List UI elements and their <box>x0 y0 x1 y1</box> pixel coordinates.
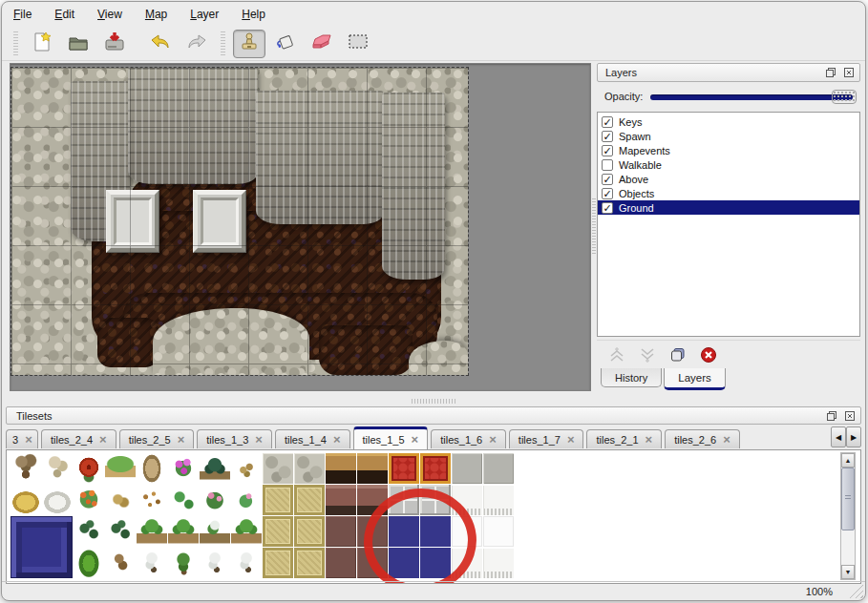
palette-tile-tile-brown[interactable] <box>326 548 356 578</box>
tileset-tab-tiles_2_6[interactable]: tiles_2_6× <box>665 429 740 448</box>
scrollbar-track[interactable] <box>841 468 855 565</box>
palette-tile-carpet-red[interactable] <box>420 453 451 484</box>
eraser-tool-button[interactable] <box>306 30 338 58</box>
fill-tool-button[interactable] <box>269 30 302 58</box>
scrollbar-thumb[interactable] <box>841 468 855 530</box>
vertical-splitter[interactable] <box>591 63 596 391</box>
palette-tile-bush-cone[interactable] <box>74 548 104 578</box>
layer-checkbox[interactable]: ✓ <box>602 131 613 142</box>
palette-tile-carpet-tan[interactable] <box>294 548 325 578</box>
palette-tile-mound-snow[interactable] <box>42 485 73 515</box>
palette-tile-floor-stone[interactable] <box>263 453 293 484</box>
layer-checkbox[interactable]: ✓ <box>602 145 613 156</box>
tab-close-icon[interactable]: × <box>489 435 497 445</box>
float-panel-icon[interactable] <box>823 67 837 79</box>
map-canvas[interactable] <box>11 68 468 375</box>
palette-tile-bush-roses[interactable] <box>200 485 230 515</box>
palette-tile-palm-dark[interactable] <box>200 453 230 484</box>
palette-tile-carpet-tan[interactable] <box>263 516 293 547</box>
palette-tile-flowers-pink[interactable] <box>168 453 199 484</box>
palette-tile-floor-concrete[interactable] <box>452 453 482 484</box>
opacity-slider-handle[interactable] <box>832 90 857 104</box>
tab-close-icon[interactable]: × <box>567 435 575 445</box>
dock-tab-history[interactable]: History <box>601 368 662 387</box>
toolbar-grip-2[interactable] <box>221 31 225 56</box>
tab-scroll-left-button[interactable]: ◀ <box>831 426 846 447</box>
tab-close-icon[interactable]: × <box>255 435 263 445</box>
menu-item-file[interactable]: File <box>13 8 32 21</box>
palette-tile-shrubs-pine[interactable] <box>74 516 104 547</box>
tileset-tab-tiles_1_6[interactable]: tiles_1_6× <box>431 429 506 448</box>
palette-tile-cloth-white[interactable] <box>483 485 514 515</box>
menu-item-help[interactable]: Help <box>242 8 265 21</box>
save-file-button[interactable] <box>98 30 131 58</box>
palette-tile-tree-snowy[interactable] <box>200 548 230 578</box>
palette-tile-grass-dry[interactable] <box>105 485 136 515</box>
palette-tile-tree-dead[interactable] <box>11 453 41 484</box>
palette-tile-carpet-tan[interactable] <box>294 516 325 547</box>
palette-tile-palm-green[interactable] <box>231 516 262 547</box>
tab-close-icon[interactable]: × <box>723 435 730 445</box>
layer-row-walkable[interactable]: Walkable <box>598 157 859 172</box>
palette-tile-carpet-tan[interactable] <box>263 485 293 515</box>
palette-tile-floor-concrete[interactable] <box>483 453 514 484</box>
tab-close-icon[interactable]: × <box>178 435 185 445</box>
palette-tile-lily-flower[interactable] <box>231 485 262 515</box>
scroll-up-button[interactable]: ▲ <box>841 453 855 468</box>
palette-tile-flowers-orange[interactable] <box>74 485 104 515</box>
palette-tile-table-wood[interactable] <box>326 453 356 484</box>
delete-layer-button[interactable] <box>698 344 719 365</box>
palette-tile-tile-white[interactable] <box>483 516 514 547</box>
lower-layer-button[interactable] <box>637 344 658 365</box>
palette-tile-tree-green[interactable] <box>168 548 199 578</box>
palette-tile-floor-stone[interactable] <box>294 453 325 484</box>
palette-tile-tile-brown[interactable] <box>326 516 356 547</box>
palette-tile-leaves[interactable] <box>137 485 167 515</box>
horizontal-splitter[interactable] <box>2 395 865 406</box>
resize-grip[interactable] <box>849 584 863 598</box>
tileset-tab-tiles_1_4[interactable]: tiles_1_4× <box>275 429 350 448</box>
palette-tile-cloth-white[interactable] <box>483 548 514 578</box>
close-panel-icon[interactable] <box>842 409 857 422</box>
duplicate-layer-button[interactable] <box>667 344 688 365</box>
stamp-tool-button[interactable] <box>233 30 265 58</box>
selected-blue-tile[interactable] <box>11 516 73 578</box>
menu-item-view[interactable]: View <box>97 8 122 21</box>
open-file-button[interactable] <box>62 30 95 58</box>
palette-tile-palm-snowy[interactable] <box>200 516 230 547</box>
palette-tile-shrubs-pine[interactable] <box>105 516 136 547</box>
menu-item-map[interactable]: Map <box>145 8 167 21</box>
palette-tile-tree-coral[interactable] <box>42 453 73 484</box>
menu-item-layer[interactable]: Layer <box>190 8 219 21</box>
toolbar-grip[interactable] <box>13 31 18 56</box>
palette-tile-plant-dry[interactable] <box>231 453 262 484</box>
opacity-slider[interactable] <box>650 89 857 104</box>
palette-tile-table-wood[interactable] <box>357 453 388 484</box>
tileset-tab-3[interactable]: 3× <box>6 429 38 448</box>
tab-close-icon[interactable]: × <box>25 435 32 445</box>
palette-tile-stump-green[interactable] <box>105 453 136 484</box>
palette-tile-lilypads[interactable] <box>168 485 199 515</box>
tileset-tab-tiles_2_5[interactable]: tiles_2_5× <box>119 429 195 448</box>
palette-tile-palm-green[interactable] <box>168 516 199 547</box>
tileset-tab-tiles_1_7[interactable]: tiles_1_7× <box>509 429 584 448</box>
palette-tile-stump-tall[interactable] <box>137 453 167 484</box>
palette-tile-flower-red[interactable] <box>74 453 104 484</box>
tileset-tab-tiles_2_1[interactable]: tiles_2_1× <box>586 429 662 448</box>
undo-button[interactable] <box>144 30 177 58</box>
select-tool-button[interactable] <box>342 30 374 58</box>
palette-tile-tree-snowy[interactable] <box>137 548 167 578</box>
layer-checkbox[interactable] <box>602 159 613 171</box>
opacity-slider-track[interactable] <box>650 94 853 100</box>
palette-tile-palm-green[interactable] <box>137 516 167 547</box>
raise-layer-button[interactable] <box>606 344 627 365</box>
scroll-down-button[interactable]: ▼ <box>841 565 855 579</box>
layer-checkbox[interactable]: ✓ <box>602 202 613 214</box>
tab-close-icon[interactable]: × <box>99 435 107 445</box>
layer-row-keys[interactable]: ✓Keys <box>598 114 859 129</box>
layer-checkbox[interactable]: ✓ <box>602 116 613 128</box>
dock-tab-layers[interactable]: Layers <box>664 368 726 390</box>
palette-tile-tree-snowy[interactable] <box>231 548 262 578</box>
layer-row-above[interactable]: ✓Above <box>598 172 859 186</box>
layer-row-mapevents[interactable]: ✓Mapevents <box>598 143 859 157</box>
